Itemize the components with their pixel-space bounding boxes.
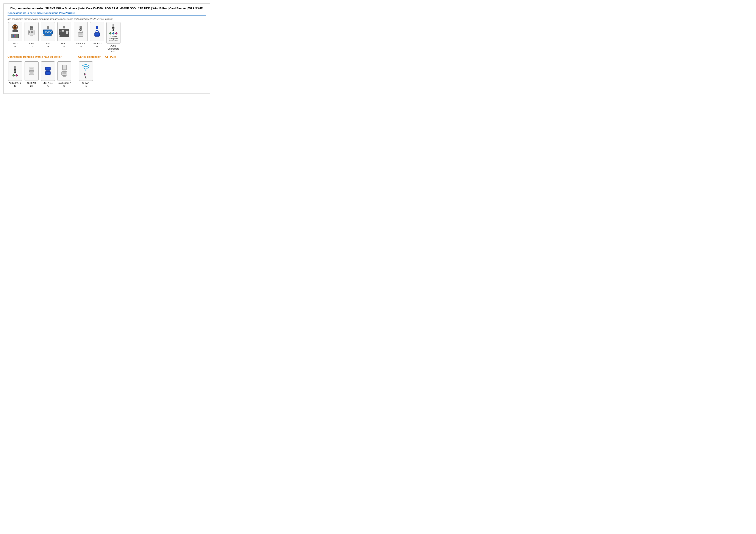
connector-vga-label: VGA1x [45,42,50,48]
svg-rect-82 [46,68,50,69]
svg-rect-65 [95,31,96,32]
audio-note: *7.1 avecFrontpanelConnector [109,35,118,42]
front-connectors-row: Audio In/Out1x USB 2.03x [8,62,72,88]
connector-audio-front: Audio In/Out1x [8,62,23,88]
svg-point-3 [16,26,17,27]
svg-rect-69 [113,24,114,29]
svg-point-29 [45,32,46,33]
svg-rect-68 [95,33,99,35]
svg-point-96 [85,74,86,75]
connector-usba3-label: USB-A 3.02x [92,42,102,48]
connector-usb2: USB 2.02x [73,22,88,53]
connector-usb2-front-label: USB 2.03x [27,82,36,88]
usba3-icon [93,26,101,37]
svg-point-30 [47,32,48,33]
svg-rect-21 [30,35,33,36]
svg-point-34 [51,35,52,36]
svg-rect-91 [63,72,66,74]
svg-point-58 [82,31,83,32]
svg-rect-57 [79,31,80,32]
usba3-front-icon [44,67,52,75]
svg-rect-42 [62,32,63,32]
back-connectors-section: Connexions de la carte mère Connexions P… [8,12,206,53]
connector-usba3-front: USB-A 3.02x [40,62,55,88]
svg-point-33 [43,35,45,36]
svg-point-66 [98,31,99,32]
svg-rect-15 [29,31,30,32]
connector-cardreader-label: Cardreader *1x [58,82,71,88]
svg-rect-73 [14,66,16,71]
svg-point-9 [13,35,14,37]
svg-rect-44 [65,32,65,32]
pci-connectors-row: W-LAN1x [78,62,116,88]
connector-audio-front-box [8,62,22,81]
svg-rect-40 [65,30,65,31]
wlan-wifi-icon [81,64,90,71]
usb2-icon [77,26,85,37]
back-connectors-row: PS/2 2x [8,22,206,53]
vga-icon [42,26,53,38]
connector-lan-box [25,22,39,41]
svg-rect-18 [29,32,30,33]
svg-rect-80 [30,72,33,74]
page-container: Diagramme de connexion SILENT Office Bus… [3,3,210,94]
svg-rect-75 [14,70,16,71]
connector-vga: VGA1x [40,22,55,53]
connector-dvid: DVI-D1x [57,22,72,53]
svg-point-6 [15,29,15,30]
svg-point-2 [14,26,14,27]
svg-rect-78 [30,68,33,69]
section1-divider [8,15,206,15]
audio-jack-icon [111,24,115,32]
svg-rect-17 [32,31,33,32]
svg-rect-39 [63,30,64,31]
audio-front-dots [13,74,18,76]
section1-title-part1: Connexions de la carte mère [8,12,43,15]
connector-cardreader-box [57,62,71,81]
connector-cardreader: Cardreader *1x [57,62,72,88]
audio-front-jack-icon [13,66,17,73]
usb2-front-icon [28,67,35,75]
svg-point-28 [51,31,52,32]
svg-rect-52 [60,35,69,37]
connector-vga-box [41,22,55,41]
ps2-bottom-icon [11,33,19,39]
svg-rect-60 [79,33,83,35]
svg-point-5 [16,28,17,28]
audio-front-dot-green [13,74,15,76]
svg-rect-22 [47,26,49,29]
svg-rect-12 [30,26,33,30]
connector-ps2-box [8,22,22,41]
svg-point-93 [85,69,86,70]
svg-rect-74 [14,69,16,70]
connector-audio: *7.1 avecFrontpanelConnector AudioConnec… [106,22,121,53]
section1-subtitle: (les connexions moniteur/carte graphique… [8,18,206,20]
connector-lan-label: LAN1x [29,42,34,48]
section3-divider [78,59,116,59]
svg-rect-43 [63,32,64,32]
audio-dot-pink [115,32,118,35]
svg-rect-23 [44,35,52,36]
connector-lan: LAN1x [24,22,39,53]
svg-rect-47 [63,33,64,33]
svg-rect-46 [62,33,63,33]
connector-usb2-label: USB 2.02x [76,42,85,48]
svg-rect-48 [65,33,65,33]
connector-usb2-box [74,22,88,41]
svg-rect-37 [61,30,62,31]
connector-audio-front-label: Audio In/Out1x [9,82,21,88]
bottom-sections: Connexions frontales avant / haut du boî… [8,55,206,89]
section2-title: Connexions frontales avant / haut du boî… [8,55,72,58]
connector-audio-label: AudioConnectors5.1x [108,44,119,53]
svg-point-27 [49,31,50,32]
connector-dvid-box [57,22,71,41]
svg-rect-16 [31,31,32,32]
svg-rect-92 [63,76,66,77]
audio-dot-green [109,32,111,35]
svg-point-24 [45,31,46,32]
connector-ps2-label: PS/2 2x [13,42,18,48]
pci-section: Cartes d'extension - PCI / PCIe [78,55,116,89]
svg-rect-19 [31,32,32,33]
svg-rect-45 [61,33,62,33]
connector-dvid-label: DVI-D1x [61,42,68,48]
